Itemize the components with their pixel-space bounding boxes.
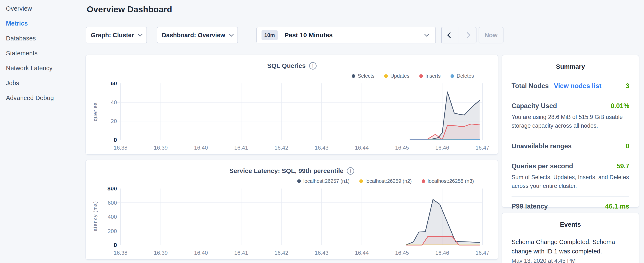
svg-text:40: 40: [111, 99, 117, 106]
summary-row-label: P99 latency: [512, 203, 548, 210]
event-message: Schema Change Completed: Schema change w…: [512, 237, 629, 256]
event-timestamp: May 13, 2020 at 4:45 PM: [512, 258, 629, 263]
divider: [512, 156, 629, 156]
legend-item-inserts: Inserts: [419, 73, 441, 79]
time-step-buttons: [441, 27, 476, 43]
legend-label: localhost:26259 (n2): [366, 178, 412, 184]
summary-row-unavailable-ranges: Unavailable ranges0: [512, 142, 629, 150]
service-latency-chart[interactable]: 020040060080016:3816:3916:4016:4116:4216…: [92, 187, 492, 259]
svg-text:16:38: 16:38: [114, 249, 127, 256]
sidebar-item-databases[interactable]: Databases: [6, 35, 82, 42]
legend-item-localhost-26259-n2: localhost:26259 (n2): [359, 178, 412, 184]
sidebar-item-statements[interactable]: Statements: [6, 50, 82, 57]
legend-label: Inserts: [426, 73, 441, 79]
service-latency-legend: localhost:26257 (n1)localhost:26259 (n2)…: [86, 178, 474, 184]
svg-text:16:42: 16:42: [274, 249, 288, 256]
chevron-down-icon: [138, 32, 142, 36]
legend-dot-icon: [419, 74, 423, 78]
info-icon[interactable]: i: [309, 62, 316, 70]
legend-item-updates: Updates: [384, 73, 409, 79]
sql-queries-chart-card: SQL Queries i SelectsUpdatesInsertsDelet…: [86, 55, 498, 155]
time-range-label: Past 10 Minutes: [284, 32, 333, 39]
legend-item-localhost-26257-n1: localhost:26257 (n1): [297, 178, 350, 184]
summary-row-label: Capacity Used: [512, 102, 557, 110]
sql-queries-chart[interactable]: 020406016:3816:3916:4016:4116:4216:4316:…: [92, 82, 492, 154]
summary-row-value: 46.1 ms: [605, 203, 629, 210]
legend-label: Updates: [390, 73, 409, 79]
summary-row-total-nodes: Total NodesView nodes list3: [512, 82, 629, 90]
chevron-right-icon: [464, 32, 470, 38]
svg-text:16:46: 16:46: [435, 144, 449, 151]
svg-text:16:41: 16:41: [234, 249, 248, 256]
svg-text:0: 0: [114, 137, 117, 143]
summary-row-queries-per-second: Queries per second59.7Sum of Selects, Up…: [512, 162, 629, 190]
svg-text:16:40: 16:40: [194, 249, 208, 256]
legend-dot-icon: [297, 179, 301, 183]
svg-text:400: 400: [108, 214, 117, 220]
time-step-back-button[interactable]: [442, 27, 458, 43]
now-button[interactable]: Now: [478, 27, 504, 43]
service-latency-chart-card: Service Latency: SQL, 99th percentile i …: [86, 160, 498, 260]
legend-label: Deletes: [457, 73, 474, 79]
legend-dot-icon: [450, 74, 454, 78]
chevron-down-icon: [424, 32, 429, 36]
divider: [512, 196, 629, 197]
service-latency-chart-title: Service Latency: SQL, 99th percentile: [230, 167, 344, 174]
sidebar-item-metrics[interactable]: Metrics: [6, 20, 82, 27]
view-nodes-list-link[interactable]: View nodes list: [554, 82, 601, 90]
info-icon[interactable]: i: [347, 167, 354, 175]
svg-text:16:43: 16:43: [315, 249, 328, 256]
summary-rows: Total NodesView nodes list3Capacity Used…: [512, 82, 629, 210]
svg-text:16:44: 16:44: [355, 249, 369, 256]
sql-queries-legend: SelectsUpdatesInsertsDeletes: [86, 73, 474, 79]
summary-panel: Summary Total NodesView nodes list3Capac…: [502, 55, 639, 208]
sidebar-item-advanced-debug[interactable]: Advanced Debug: [6, 95, 82, 102]
svg-text:queries: queries: [92, 102, 98, 121]
svg-text:16:38: 16:38: [114, 144, 127, 151]
sidebar-item-network-latency[interactable]: Network Latency: [6, 65, 82, 72]
legend-label: localhost:26257 (n1): [304, 178, 350, 184]
sidebar-item-overview[interactable]: Overview: [6, 5, 82, 12]
svg-text:800: 800: [107, 187, 117, 192]
svg-text:16:43: 16:43: [315, 144, 328, 151]
events-title: Events: [512, 221, 629, 228]
chevron-left-icon: [447, 32, 453, 38]
svg-text:16:44: 16:44: [355, 144, 369, 151]
svg-text:600: 600: [108, 200, 117, 206]
svg-text:16:47: 16:47: [476, 249, 489, 256]
sidebar-item-jobs[interactable]: Jobs: [6, 80, 82, 87]
divider: [512, 136, 629, 136]
event-item: Schema Change Completed: Schema change w…: [512, 237, 629, 263]
events-panel: Events Schema Change Completed: Schema c…: [502, 213, 639, 263]
divider: [512, 96, 629, 96]
legend-item-localhost-26258-n3: localhost:26258 (n3): [422, 178, 474, 184]
summary-row-label: Unavailable ranges: [512, 142, 572, 150]
legend-label: localhost:26258 (n3): [428, 178, 474, 184]
svg-text:16:45: 16:45: [395, 249, 409, 256]
time-range-dropdown[interactable]: 10m Past 10 Minutes: [256, 27, 436, 43]
legend-dot-icon: [359, 179, 363, 183]
graph-scope-dropdown[interactable]: Graph: Cluster: [86, 27, 147, 43]
time-step-forward-button[interactable]: [458, 27, 476, 43]
svg-text:16:45: 16:45: [395, 144, 409, 151]
chevron-down-icon: [229, 32, 234, 36]
svg-text:60: 60: [110, 82, 117, 87]
sql-queries-chart-title: SQL Queries: [267, 62, 306, 69]
svg-text:16:39: 16:39: [154, 144, 168, 151]
legend-dot-icon: [384, 74, 388, 78]
graph-scope-dropdown-label: Graph: Cluster: [91, 32, 134, 39]
legend-label: Selects: [358, 73, 374, 79]
dashboard-select-dropdown-label: Dashboard: Overview: [162, 32, 225, 39]
time-range-badge: 10m: [262, 30, 278, 40]
summary-title: Summary: [512, 63, 629, 70]
svg-text:16:46: 16:46: [435, 249, 449, 256]
overview-dashboard-page: { "sidebar": { "items": [ { "label": "Ov…: [0, 0, 644, 263]
summary-row-value: 0: [626, 142, 629, 150]
svg-text:16:39: 16:39: [154, 249, 168, 256]
svg-text:latency (ms): latency (ms): [92, 201, 98, 233]
dashboard-select-dropdown[interactable]: Dashboard: Overview: [157, 27, 238, 43]
svg-text:20: 20: [111, 118, 117, 124]
svg-text:16:40: 16:40: [194, 144, 208, 151]
svg-text:16:47: 16:47: [476, 144, 489, 151]
svg-text:16:42: 16:42: [274, 144, 288, 151]
